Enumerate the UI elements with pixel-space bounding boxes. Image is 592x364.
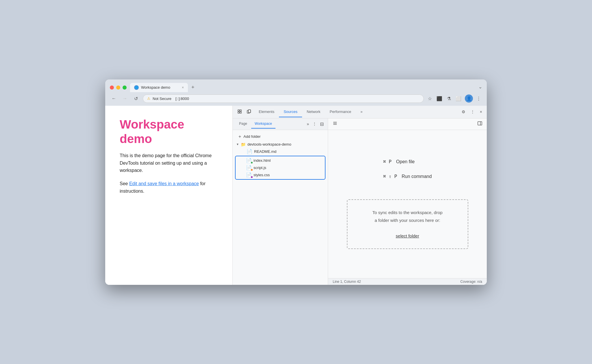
drop-zone-line2: a folder with your sources here or:: [359, 216, 456, 224]
file-icon-css: 📄: [246, 172, 252, 178]
svg-rect-10: [478, 122, 482, 125]
doc-icon: 📄: [247, 149, 252, 154]
sub-more-options-button[interactable]: ⋮: [311, 121, 318, 127]
shortcut-run-command: ⌘ ⇧ P Run command: [383, 174, 432, 179]
file-item-styles-css[interactable]: 📄 styles.css: [236, 171, 325, 179]
shortcuts-list: ⌘ P Open file ⌘ ⇧ P Run command: [383, 159, 432, 185]
select-folder-button[interactable]: select folder: [396, 233, 419, 238]
file-item-script-js[interactable]: 📄 script.js: [236, 164, 325, 171]
green-dot-icon: [251, 161, 253, 164]
devtools-body: Page Workspace » ⋮ ⊟: [233, 118, 487, 285]
warning-icon: ⚠: [147, 96, 150, 101]
file-name-script: script.js: [254, 166, 266, 170]
file-name-styles: styles.css: [254, 173, 270, 177]
sub-tab-page[interactable]: Page: [236, 119, 251, 129]
address-input[interactable]: ⚠ Not Secure [::]:8000: [143, 94, 424, 103]
close-button[interactable]: [110, 86, 114, 90]
editor-panel-right-button[interactable]: [476, 120, 484, 128]
file-icon-readme: 📄: [247, 149, 252, 154]
url-text: [::]:8000: [175, 96, 189, 101]
add-folder-button[interactable]: + Add folder: [234, 132, 327, 141]
traffic-lights: [110, 86, 127, 90]
devtools-more-button[interactable]: ⋮: [469, 108, 476, 115]
extensions-button[interactable]: ⬛: [435, 95, 443, 103]
svg-rect-1: [240, 110, 241, 111]
page-body: This is the demo page for the official C…: [120, 152, 218, 174]
sub-tab-icons: » ⋮ ⊟: [306, 121, 325, 127]
tab-sources[interactable]: Sources: [279, 107, 302, 117]
orange-dot-icon: [251, 169, 253, 171]
maximize-button[interactable]: [123, 86, 127, 90]
minimize-button[interactable]: [116, 86, 120, 90]
reload-button[interactable]: ↺: [132, 94, 140, 103]
shortcut-keys-run: ⌘ ⇧ P: [383, 174, 397, 179]
svg-rect-7: [333, 122, 337, 122]
bookmark-button[interactable]: ☆: [427, 95, 433, 103]
profile-button[interactable]: 👤: [465, 94, 473, 103]
forward-button[interactable]: →: [121, 94, 129, 103]
tab-favicon: 🌐: [134, 85, 139, 90]
tabs-arrow-icon[interactable]: ⌄: [478, 84, 482, 90]
devtools-tabs: Elements Sources Network Performance »: [254, 107, 458, 117]
tab-performance[interactable]: Performance: [325, 107, 356, 117]
tabs-bar: 🌐 Workspace demo × +: [130, 83, 475, 92]
drop-zone[interactable]: To sync edits to the workspace, drop a f…: [347, 199, 468, 249]
devtools-settings-button[interactable]: ⚙: [460, 108, 467, 115]
chevron-down-icon: ▼: [236, 143, 239, 146]
body-text-2: See: [120, 181, 129, 186]
workspace-folder-item[interactable]: ▼ 📁 devtools-workspace-demo: [234, 141, 327, 148]
device-toggle-button[interactable]: [245, 108, 253, 116]
file-tree: + Add folder ▼ 📁 devtools-workspace-demo: [233, 130, 328, 285]
sub-more-tabs-button[interactable]: »: [306, 121, 310, 127]
shortcut-label-open: Open file: [396, 159, 415, 164]
folder-icon: 📁: [241, 142, 246, 147]
devtools-header: Elements Sources Network Performance » ⚙: [233, 106, 487, 118]
back-button[interactable]: ←: [110, 94, 118, 103]
body-text-1: This is the demo page for the official C…: [120, 153, 212, 173]
tab-title: Workspace demo: [141, 85, 180, 90]
address-bar: ← → ↺ ⚠ Not Secure [::]:8000 ☆ ⬛ ⚗ ⬜ 👤 ⋮: [105, 92, 487, 106]
sub-tab-workspace[interactable]: Workspace: [251, 119, 275, 129]
devtools-close-button[interactable]: ×: [478, 108, 484, 115]
sources-sidebar: Page Workspace » ⋮ ⊟: [233, 118, 328, 285]
file-item-readme[interactable]: 📄 README.md: [234, 148, 327, 155]
page-title: Workspace demo: [120, 117, 218, 146]
sources-sub-tabs: Page Workspace » ⋮ ⊟: [233, 118, 328, 130]
new-tab-button[interactable]: +: [189, 83, 197, 92]
favicon-icon: 🌐: [135, 86, 138, 89]
file-icon-html: 📄: [246, 158, 252, 163]
shortcut-open-file: ⌘ P Open file: [383, 159, 432, 164]
tab-network[interactable]: Network: [302, 107, 325, 117]
svg-rect-8: [333, 123, 337, 124]
split-button[interactable]: ⬜: [454, 95, 462, 103]
tab-elements[interactable]: Elements: [254, 107, 279, 117]
folder-name: devtools-workspace-demo: [247, 142, 291, 146]
drop-zone-line1: To sync edits to the workspace, drop: [359, 209, 456, 216]
title-bar: 🌐 Workspace demo × + ⌄: [105, 79, 487, 92]
editor-toggle-sidebar-button[interactable]: [331, 120, 339, 128]
svg-rect-0: [238, 110, 239, 111]
tab-close-icon[interactable]: ×: [182, 86, 184, 90]
svg-rect-9: [333, 124, 337, 125]
status-coverage: Coverage: n/a: [460, 280, 482, 284]
workspace-link[interactable]: Edit and save files in a workspace: [129, 181, 199, 186]
highlighted-files-group: 📄 index.html 📄 script.js: [235, 156, 325, 180]
tab-more[interactable]: »: [356, 107, 367, 117]
browser-tab-active[interactable]: 🌐 Workspace demo ×: [130, 83, 188, 92]
sources-editor-top: [328, 118, 487, 130]
devtools-header-end: ⚙ ⋮ ×: [460, 108, 484, 115]
add-folder-label: Add folder: [243, 134, 260, 139]
page-body-2: See Edit and save files in a workspace f…: [120, 180, 218, 195]
file-name-index: index.html: [254, 158, 271, 163]
more-button[interactable]: ⋮: [475, 95, 482, 103]
svg-rect-2: [238, 112, 239, 113]
labs-button[interactable]: ⚗: [446, 95, 452, 103]
not-secure-label: Not Secure: [153, 96, 171, 101]
inspect-element-button[interactable]: [236, 108, 244, 116]
sub-toggle-sidebar-button[interactable]: ⊟: [319, 121, 325, 127]
devtools-status-bar: Line 1, Column 42 Coverage: n/a: [328, 278, 487, 285]
plus-icon: +: [238, 134, 241, 139]
browser-toolbar: ☆ ⬛ ⚗ ⬜ 👤 ⋮: [427, 94, 482, 103]
purple-dot-icon: [251, 176, 253, 178]
file-item-index-html[interactable]: 📄 index.html: [236, 157, 325, 164]
